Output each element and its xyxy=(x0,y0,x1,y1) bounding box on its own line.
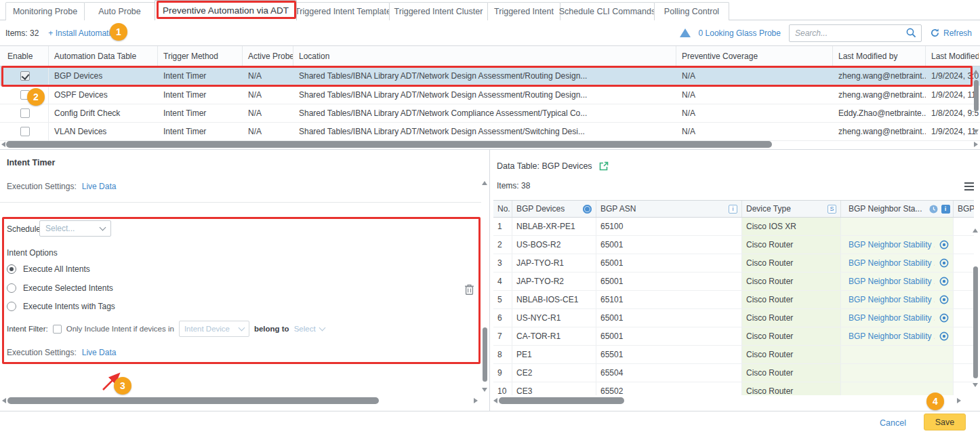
tab-monitoring-probe[interactable]: Monitoring Probe xyxy=(5,2,85,20)
schedule-select-value: Select... xyxy=(45,224,95,233)
cancel-button[interactable]: Cancel xyxy=(880,418,906,428)
table-row[interactable]: 2 US-BOS-R2 65001 Cisco Router BGP Neigh… xyxy=(493,236,974,254)
horizontal-scrollbar-thumb[interactable] xyxy=(499,397,624,404)
refresh-button[interactable]: Refresh xyxy=(930,28,972,38)
scroll-down-arrow[interactable] xyxy=(973,383,978,387)
scroll-left-arrow[interactable] xyxy=(1,142,5,147)
table-row[interactable]: 5 NBLAB-IOS-CE1 65101 Cisco Router BGP N… xyxy=(493,291,974,309)
preventive-automation-screen: Monitoring Probe Auto Probe Preventive A… xyxy=(0,0,980,442)
intent-filter-checkbox[interactable] xyxy=(53,325,62,334)
hamburger-menu-icon[interactable] xyxy=(964,182,974,190)
eye-icon[interactable] xyxy=(939,277,949,286)
trash-icon[interactable] xyxy=(464,283,475,296)
external-link-icon[interactable] xyxy=(598,161,609,172)
radio-icon[interactable] xyxy=(7,264,16,274)
search-icon[interactable] xyxy=(905,27,917,39)
eye-icon[interactable] xyxy=(939,332,949,341)
execution-settings-label: Execution Settings: xyxy=(7,348,77,357)
radio-execute-intents-with-tags[interactable]: Execute Intents with Tags xyxy=(7,302,115,311)
schedule-select[interactable]: Select... xyxy=(39,220,111,237)
table-row[interactable]: Config Drift Check Intent Timer N/A Shar… xyxy=(0,104,980,123)
vertical-scrollbar-thumb[interactable] xyxy=(483,327,487,382)
annotation-badge-1: 1 xyxy=(110,23,127,41)
eye-icon[interactable] xyxy=(939,313,949,323)
tab-polling-control[interactable]: Polling Control xyxy=(654,2,729,20)
enable-checkbox[interactable] xyxy=(20,127,30,136)
radio-execute-selected-intents[interactable]: Execute Selected Intents xyxy=(7,283,113,293)
bgp-neighbor-link[interactable]: BGP Neighbor Stability ... xyxy=(849,332,935,341)
col-trigger-method: Trigger Method xyxy=(158,46,243,66)
tab-triggered-intent-template[interactable]: Triggered Intent Template xyxy=(296,2,390,20)
bgp-neighbor-link[interactable]: BGP Neighbor Stability ... xyxy=(849,277,935,286)
looking-glass-probe-link[interactable]: 0 Looking Glass Probe xyxy=(699,28,781,38)
col-last-modified-time: Last Modified Ti xyxy=(926,46,979,66)
col-enable: Enable xyxy=(5,46,49,66)
belong-to-label: belong to xyxy=(254,325,289,333)
col-bgp: BGP xyxy=(954,201,974,217)
panel-title: Intent Timer xyxy=(7,158,55,167)
schedule-label: Schedule xyxy=(7,224,41,234)
table-row[interactable]: 1 NBLAB-XR-PE1 65100 Cisco IOS XR xyxy=(493,218,974,236)
refresh-label: Refresh xyxy=(943,28,972,38)
scroll-down-arrow[interactable] xyxy=(482,388,487,392)
horizontal-scrollbar-thumb[interactable] xyxy=(6,141,772,148)
install-automation-link[interactable]: + Install Automation xyxy=(48,28,119,38)
looking-glass-triangle-icon xyxy=(680,28,691,37)
scroll-left-arrow[interactable] xyxy=(2,398,6,403)
radio-icon[interactable] xyxy=(7,283,16,293)
scroll-down-arrow[interactable] xyxy=(973,129,979,134)
info-square-icon: i xyxy=(729,205,737,214)
enable-checkbox[interactable] xyxy=(20,71,30,81)
radio-execute-all-intents[interactable]: Execute All Intents xyxy=(7,264,90,274)
data-table-items-count: Items: 38 xyxy=(497,181,530,190)
search-input[interactable] xyxy=(795,28,905,38)
scroll-up-arrow[interactable] xyxy=(482,181,487,185)
bgp-neighbor-link[interactable]: BGP Neighbor Stability ... xyxy=(849,240,935,249)
data-table-panel: Data Table: BGP Devices Items: 38 No. BG… xyxy=(490,150,980,411)
live-data-link[interactable]: Live Data xyxy=(82,348,117,357)
horizontal-scrollbar-thumb[interactable] xyxy=(7,397,379,404)
vertical-scrollbar-thumb[interactable] xyxy=(973,266,978,378)
table-row[interactable]: 9 CE2 65504 Cisco Router xyxy=(493,364,974,382)
save-button[interactable]: Save xyxy=(924,414,966,430)
scroll-right-arrow[interactable] xyxy=(957,398,961,403)
table-row[interactable]: OSPF Devices Intent Timer N/A Shared Tab… xyxy=(0,86,980,104)
eye-icon[interactable] xyxy=(939,258,949,268)
items-count: Items: 32 xyxy=(5,28,39,38)
eye-icon[interactable] xyxy=(939,240,949,249)
tab-auto-probe[interactable]: Auto Probe xyxy=(84,2,155,20)
tab-triggered-intent[interactable]: Triggered Intent xyxy=(487,2,560,20)
enable-checkbox[interactable] xyxy=(20,108,30,118)
intent-timer-panel: Intent Timer Execution Settings: Live Da… xyxy=(0,150,490,411)
tab-preventive-automation-via-adt[interactable]: Preventive Automation via ADT xyxy=(155,0,297,20)
tab-triggered-intent-cluster[interactable]: Triggered Intent Cluster xyxy=(389,2,488,20)
chevron-down-icon xyxy=(319,324,325,331)
vertical-scrollbar-thumb[interactable] xyxy=(974,80,979,111)
search-box xyxy=(789,24,922,42)
table-row[interactable]: BGP Devices Intent Timer N/A Shared Tabl… xyxy=(0,66,980,86)
scroll-right-arrow[interactable] xyxy=(974,142,978,147)
table-row[interactable]: 3 JAP-TYO-R1 65001 Cisco Router BGP Neig… xyxy=(493,254,974,273)
table-row[interactable]: 4 JAP-TYO-R2 65001 Cisco Router BGP Neig… xyxy=(493,273,974,291)
belong-to-select[interactable]: Select xyxy=(294,325,325,333)
bgp-neighbor-link[interactable]: BGP Neighbor Stability ... xyxy=(849,258,935,268)
scroll-up-arrow[interactable] xyxy=(973,228,978,233)
intent-device-select[interactable]: Intent Device xyxy=(179,321,249,337)
tab-schedule-cli-commands[interactable]: Schedule CLI Commands xyxy=(560,2,655,20)
table-row[interactable]: 7 CA-TOR-R1 65001 Cisco Router BGP Neigh… xyxy=(493,327,974,346)
bgp-neighbor-link[interactable]: BGP Neighbor Stability ... xyxy=(849,313,935,323)
annotation-badge-3: 3 xyxy=(114,377,131,395)
data-table-title: Data Table: BGP Devices xyxy=(497,161,592,171)
table-row[interactable]: 6 US-NYC-R1 65001 Cisco Router BGP Neigh… xyxy=(493,309,974,327)
live-data-link[interactable]: Live Data xyxy=(82,182,117,191)
table-row[interactable]: 10 CE3 65502 Cisco Router xyxy=(493,382,974,395)
table-row[interactable]: VLAN Devices Intent Timer N/A Shared Tab… xyxy=(0,123,980,141)
radio-icon[interactable] xyxy=(7,302,16,311)
eye-icon[interactable] xyxy=(939,295,949,304)
scroll-left-arrow[interactable] xyxy=(493,398,497,403)
col-automation-data-table: Automation Data Table xyxy=(49,46,158,66)
scroll-right-arrow[interactable] xyxy=(474,398,478,403)
scroll-up-arrow[interactable] xyxy=(973,70,979,74)
bgp-neighbor-link[interactable]: BGP Neighbor Stability ... xyxy=(849,295,935,304)
table-row[interactable]: 8 PE1 65501 Cisco Router xyxy=(493,346,974,364)
